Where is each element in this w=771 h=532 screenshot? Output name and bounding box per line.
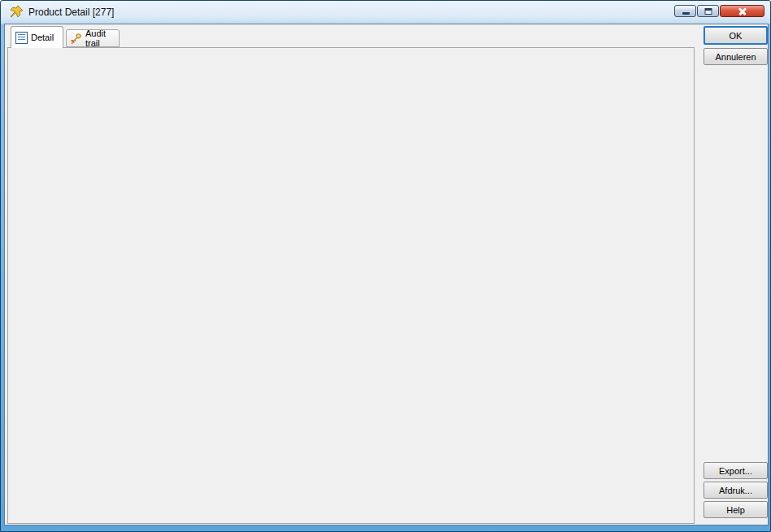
svg-text:?: ? bbox=[71, 38, 75, 44]
export-button[interactable]: Export... bbox=[703, 462, 768, 479]
app-pushpin-icon bbox=[9, 5, 24, 20]
key-icon: ? bbox=[70, 33, 82, 44]
product-detail-window: Product Detail [277] ? Audit trail Detai… bbox=[0, 0, 771, 532]
window-title: Product Detail [277] bbox=[28, 7, 114, 18]
document-icon bbox=[15, 32, 28, 44]
maximize-icon bbox=[704, 8, 712, 15]
close-icon bbox=[721, 6, 764, 16]
afdruk-button[interactable]: Afdruk... bbox=[703, 482, 768, 499]
tab-audit-trail[interactable]: ? Audit trail bbox=[66, 29, 120, 47]
tab-detail-label: Detail bbox=[31, 33, 54, 42]
minimize-button[interactable] bbox=[674, 5, 696, 17]
ok-button[interactable]: OK bbox=[703, 26, 768, 45]
minimize-icon bbox=[682, 12, 690, 15]
help-button[interactable]: Help bbox=[703, 501, 768, 518]
detail-tab-page bbox=[7, 47, 695, 524]
maximize-button[interactable] bbox=[697, 5, 719, 17]
cancel-button[interactable]: Annuleren bbox=[703, 48, 768, 65]
tab-detail[interactable]: Detail bbox=[11, 26, 63, 48]
close-button[interactable] bbox=[720, 5, 764, 17]
tab-audit-label: Audit trail bbox=[85, 28, 119, 48]
